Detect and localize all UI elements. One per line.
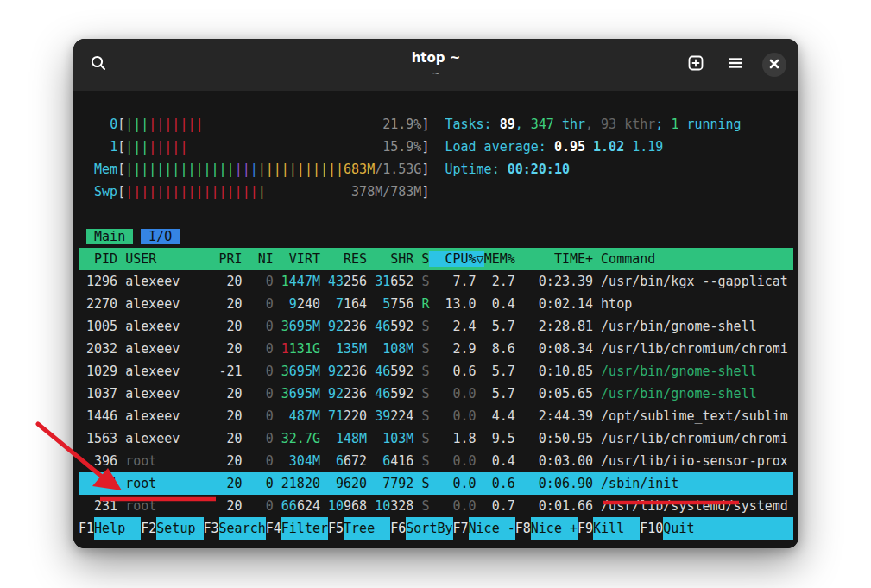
process-row-1296[interactable]: 1296 alexeev 20 0 1447M 43256 31652 S 7.…	[79, 270, 793, 293]
titlebar: htop ~ ~	[73, 39, 798, 91]
meter-line-0: 0[|||||||||| 21.9%] Tasks: 89, 347 thr, …	[79, 113, 793, 136]
tab-i-o[interactable]: I/O	[141, 229, 180, 244]
process-row-231[interactable]: 231 root 20 0 66624 10968 10328 S 0.0 0.…	[79, 495, 793, 517]
process-row-1029[interactable]: 1029 alexeev -21 0 3695M 92236 46592 S 0…	[79, 360, 793, 383]
search-icon	[90, 54, 107, 75]
menu-button[interactable]	[723, 52, 748, 78]
fkey-label-F9: F9	[578, 517, 593, 540]
close-icon	[768, 57, 780, 73]
fkey-label-F7: F7	[453, 517, 469, 540]
process-row-396[interactable]: 396 root 20 0 304M 6672 6416 S 0.0 0.4 0…	[79, 450, 793, 472]
screen-tabs: Main I/O	[79, 225, 793, 248]
process-row-1005[interactable]: 1005 alexeev 20 0 3695M 92236 46592 S 2.…	[79, 315, 793, 338]
fkey-action-search[interactable]: Search	[219, 517, 266, 540]
fkey-action-kill[interactable]: Kill	[593, 517, 640, 540]
window-title: htop ~	[412, 51, 461, 66]
table-header: PID USER PRI NI VIRT RES SHR S CPU%▽MEM%…	[79, 248, 793, 270]
fkey-action-nice-[interactable]: Nice -	[469, 517, 515, 540]
fkey-label-F4: F4	[266, 517, 281, 540]
fkey-action-filter[interactable]: Filter	[281, 517, 328, 540]
tab-main[interactable]: Main	[86, 229, 133, 244]
fkey-label-F5: F5	[328, 517, 344, 540]
terminal: 0[|||||||||| 21.9%] Tasks: 89, 347 thr, …	[73, 91, 798, 548]
process-row-1446[interactable]: 1446 alexeev 20 0 487M 71220 39224 S 0.0…	[79, 405, 793, 427]
process-row-2032[interactable]: 2032 alexeev 20 0 1131G 135M 108M S 2.9 …	[79, 338, 793, 360]
meter-line-swp: Swp[|||||||||||||||||| 378M/783M]	[79, 180, 793, 203]
process-table: 1296 alexeev 20 0 1447M 43256 31652 S 7.…	[79, 270, 793, 517]
htop-header-meters: 0[|||||||||| 21.9%] Tasks: 89, 347 thr, …	[79, 113, 793, 203]
close-button[interactable]	[762, 53, 786, 77]
blank-line	[79, 203, 793, 225]
process-row-1037[interactable]: 1037 alexeev 20 0 3695M 92236 46592 S 0.…	[79, 383, 793, 405]
meter-line-1: 1[|||||||| 15.9%] Load average: 0.95 1.0…	[79, 136, 793, 158]
process-row-1[interactable]: 1 root 20 0 21820 9620 7792 S 0.0 0.6 0:…	[79, 472, 793, 495]
sort-column-header[interactable]: CPU%▽	[429, 251, 483, 267]
new-tab-icon	[687, 54, 704, 75]
fkey-label-F6: F6	[390, 517, 406, 540]
window-subtitle: ~	[432, 68, 439, 79]
process-row-2270[interactable]: 2270 alexeev 20 0 9240 7164 5756 R 13.0 …	[79, 293, 793, 315]
page: htop ~ ~	[0, 0, 871, 588]
fkey-label-F1: F1	[79, 517, 94, 540]
fkey-action-tree[interactable]: Tree	[344, 517, 390, 540]
fkey-action-sortby[interactable]: SortBy	[406, 517, 452, 540]
fkey-label-F8: F8	[515, 517, 531, 540]
fkey-label-F3: F3	[204, 517, 219, 540]
function-key-bar: F1Help F2Setup F3SearchF4FilterF5Tree F6…	[79, 517, 793, 540]
new-tab-button[interactable]	[683, 52, 709, 78]
fkey-action-help[interactable]: Help	[94, 517, 141, 540]
fkey-action-nice-[interactable]: Nice +	[531, 517, 578, 540]
console-window: htop ~ ~	[73, 39, 798, 548]
fkey-label-F10: F10	[640, 517, 663, 540]
fkey-label-F2: F2	[141, 517, 156, 540]
menu-icon	[727, 54, 744, 75]
fkey-action-setup[interactable]: Setup	[156, 517, 203, 540]
meter-line-mem: Mem[||||||||||||||||||||||||||||683M/1.5…	[79, 158, 793, 180]
process-row-1563[interactable]: 1563 alexeev 20 0 32.7G 148M 103M S 1.8 …	[79, 427, 793, 450]
fkey-action-quit[interactable]: Quit	[663, 517, 793, 540]
search-button[interactable]	[85, 52, 111, 78]
